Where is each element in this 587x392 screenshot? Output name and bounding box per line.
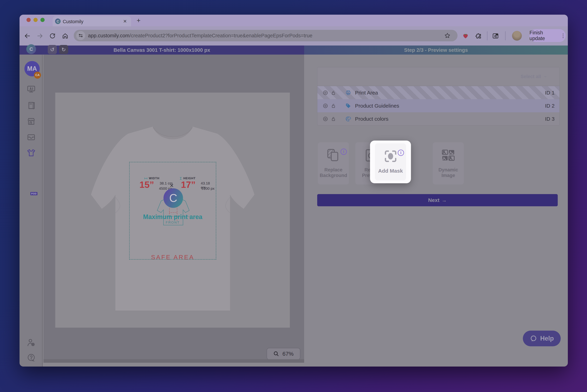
- desktop-background: C Customily ✕ + app.customily.com/create…: [0, 0, 587, 392]
- height-inches: 17”: [181, 180, 196, 190]
- finish-update-label: Finish update: [530, 30, 558, 41]
- settings-panel: Select all Print Area ID 1 Product Guide…: [304, 54, 568, 366]
- browser-window: C Customily ✕ + app.customily.com/create…: [19, 15, 568, 366]
- magnifier-icon: [273, 351, 279, 357]
- url-domain: app.customily.com: [88, 33, 129, 38]
- minimize-window-button[interactable]: [33, 18, 38, 22]
- undo-button[interactable]: ↺: [48, 45, 57, 54]
- width-arrows-icon: [144, 177, 147, 180]
- pod-products-icon[interactable]: [26, 148, 36, 158]
- layer-name: Product Guidelines: [355, 103, 399, 109]
- next-step-button[interactable]: Next →: [317, 194, 558, 206]
- extensions-puzzle-icon[interactable]: [475, 32, 482, 39]
- visibility-eye-icon[interactable]: [323, 103, 328, 109]
- action-label: Replace Background: [318, 167, 349, 178]
- browser-toolbar: app.customily.com/createProduct2?forProd…: [19, 26, 568, 46]
- height-px: 5100 px: [201, 186, 215, 190]
- kebab-menu-icon[interactable]: ⋮: [561, 32, 566, 39]
- close-window-button[interactable]: [26, 18, 31, 22]
- help-label: Help: [540, 335, 554, 342]
- replace-background-button[interactable]: i Replace Background: [318, 142, 349, 184]
- tab-close-icon[interactable]: ✕: [123, 19, 127, 24]
- select-all-label: Select all: [521, 74, 541, 79]
- unlock-icon[interactable]: [331, 116, 336, 122]
- add-mask-button[interactable]: i Add Mask: [375, 143, 406, 180]
- reload-icon[interactable]: [49, 32, 56, 39]
- new-tab-button[interactable]: +: [137, 17, 140, 24]
- step-indicator: Step 2/3 - Preview settings: [404, 47, 468, 53]
- printer-icon: [345, 90, 351, 96]
- print-area-overlay[interactable]: WIDTH 15” 38.1 cm 4500 px × HEIGHT 17” 4…: [129, 162, 216, 260]
- next-label: Next: [428, 197, 439, 203]
- help-bubble-icon[interactable]: [26, 353, 36, 362]
- tab-title: Customily: [63, 19, 83, 24]
- info-badge-icon[interactable]: i: [341, 148, 347, 155]
- action-label: Add Mask: [375, 168, 406, 174]
- url-path: /createProduct2?forProductTemplateCreati…: [129, 33, 312, 38]
- layer-name: Print Area: [355, 90, 378, 96]
- info-badge-icon[interactable]: i: [398, 150, 404, 156]
- layers-card: Select all Print Area ID 1 Product Guide…: [317, 67, 560, 126]
- chevron-down-icon: [544, 75, 547, 78]
- url-bar[interactable]: app.customily.com/createProduct2?forProd…: [74, 30, 458, 41]
- zoom-control[interactable]: 67%: [267, 348, 300, 360]
- front-label: FRONT: [130, 220, 216, 224]
- inbox-icon[interactable]: [26, 132, 36, 142]
- layer-id: ID 2: [545, 103, 555, 109]
- layer-id: ID 3: [545, 116, 555, 122]
- next-arrow-icon: →: [442, 197, 447, 203]
- visibility-eye-icon[interactable]: [323, 90, 328, 96]
- canvas-area[interactable]: WIDTH 15” 38.1 cm 4500 px × HEIGHT 17” 4…: [43, 54, 304, 366]
- canvas-bottom-strip: [43, 363, 304, 366]
- layer-id: ID 1: [545, 90, 555, 96]
- zoom-window-button[interactable]: [40, 18, 45, 22]
- zoom-value: 67%: [282, 351, 293, 357]
- back-icon[interactable]: [24, 32, 31, 39]
- store-icon[interactable]: [26, 116, 36, 126]
- layer-row-print-area[interactable]: Print Area ID 1: [317, 86, 560, 99]
- customily-logo: C: [26, 44, 36, 54]
- action-label: Dynamic Image: [433, 167, 464, 178]
- customily-favicon: C: [55, 18, 61, 24]
- left-sidebar: MA CA POD: [19, 54, 43, 366]
- print-area-logo: C: [163, 188, 183, 208]
- unlock-icon[interactable]: [331, 90, 336, 96]
- browser-tab[interactable]: C Customily ✕: [53, 16, 131, 26]
- finish-update-button[interactable]: Finish update ⋮: [530, 29, 566, 42]
- width-inches: 15”: [139, 180, 154, 190]
- select-all-control[interactable]: Select all: [317, 67, 560, 86]
- replace-background-icon: [326, 148, 341, 163]
- safe-area-label: SAFE AREA: [130, 254, 216, 261]
- dynamic-image-icon: [441, 148, 456, 163]
- pod-label: POD: [30, 192, 37, 195]
- browser-tab-strip: C Customily ✕ +: [19, 15, 568, 26]
- templates-icon[interactable]: [26, 101, 36, 110]
- chat-bubble-icon: [530, 335, 537, 342]
- layer-row-product-colors[interactable]: Product colors ID 3: [317, 112, 560, 126]
- dynamic-image-button[interactable]: Dynamic Image: [433, 142, 464, 184]
- visibility-eye-icon[interactable]: [323, 116, 328, 122]
- unlock-icon[interactable]: [331, 103, 336, 109]
- url-text: app.customily.com/createProduct2?forProd…: [88, 33, 312, 38]
- redo-button[interactable]: ↻: [59, 45, 68, 54]
- account-settings-icon[interactable]: [26, 338, 36, 347]
- profile-avatar[interactable]: [512, 31, 522, 41]
- help-button[interactable]: Help: [523, 330, 561, 346]
- canvas-scrollbar-track[interactable]: [43, 359, 304, 363]
- toolbar-divider: [487, 31, 488, 40]
- bookmark-star-icon[interactable]: [444, 32, 451, 39]
- toolbar-divider-2: [505, 31, 506, 40]
- extension-strawberry-icon[interactable]: [462, 32, 469, 39]
- layer-name: Product colors: [355, 116, 389, 122]
- sidepanel-search-icon[interactable]: [492, 32, 499, 39]
- layer-row-product-guidelines[interactable]: Product Guidelines ID 2: [317, 99, 560, 112]
- editor-header-left: C ↺ ↻ Bella Canvas 3001 T-shirt: 1000x10…: [19, 46, 304, 54]
- home-icon[interactable]: [62, 32, 68, 39]
- design-editor-icon[interactable]: [26, 84, 36, 94]
- palette-icon: [345, 116, 351, 122]
- site-settings-icon[interactable]: [76, 31, 85, 40]
- product-artboard[interactable]: WIDTH 15” 38.1 cm 4500 px × HEIGHT 17” 4…: [55, 92, 290, 328]
- max-print-area-label: Maximum print area: [130, 213, 216, 220]
- add-mask-icon: [383, 148, 398, 164]
- forward-icon[interactable]: [36, 32, 43, 39]
